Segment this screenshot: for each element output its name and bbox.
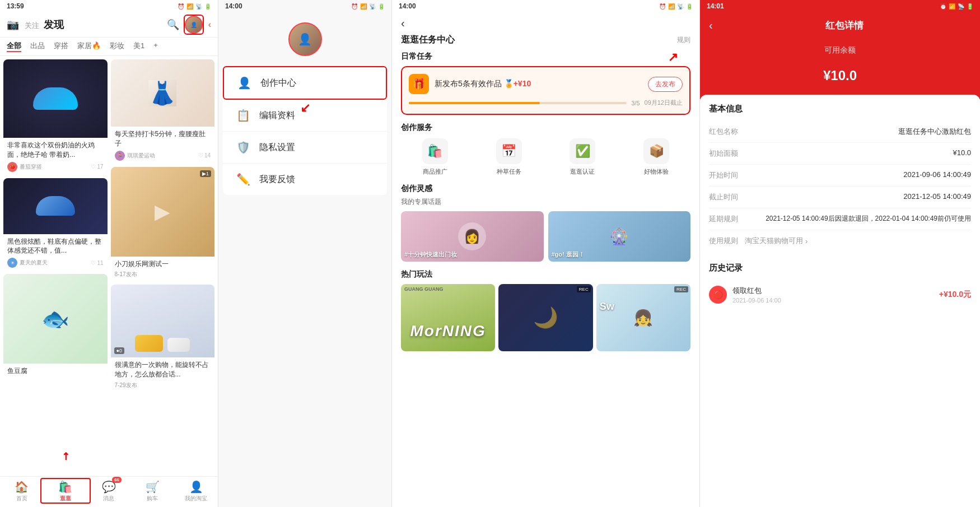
cart-icon: 🛒: [146, 480, 160, 494]
alarm-icon-2: ⏰: [351, 3, 358, 10]
inspiration-makeup[interactable]: 👩 #十分钟快速出门妆: [401, 211, 544, 262]
heart-icon: ♡: [91, 164, 96, 170]
nav-home[interactable]: 🏠 首页: [0, 480, 44, 503]
hotplay-rec1[interactable]: REC 🌙: [498, 284, 592, 351]
user-avatar-tomato: 🍅: [7, 162, 17, 172]
card-video1[interactable]: ▶ ▶1 小刀娱乐网测试一 8-17发布: [111, 167, 215, 282]
nav-wander[interactable]: 🛍️ 逛逛: [44, 480, 87, 503]
user-avatar-summer: ☀: [7, 258, 17, 268]
hotplay-section: 热门玩法 GUANG GUANG MorNING REC 🌙 REC 👧 Sw: [401, 269, 690, 351]
privacy-icon: 🛡️: [236, 141, 250, 154]
grass-icon: 📅: [496, 138, 522, 164]
task-card-publish[interactable]: 🎁 新发布5条有效作品 🏅+¥10 去发布 3/5 09月12日截止: [401, 66, 690, 115]
nav-profile[interactable]: 👤 我的淘宝: [174, 480, 218, 503]
inspiration-go[interactable]: 🎡 #go! 逛园！: [548, 211, 691, 262]
field-label-amount: 初始面额: [709, 148, 738, 159]
cat-home[interactable]: 家居🔥: [77, 41, 101, 52]
status-bar-2: 14:00 ⏰ 📶 📡 🔋: [218, 0, 391, 12]
avatar[interactable]: 👤: [185, 16, 203, 34]
wifi-icon-2: 📡: [369, 3, 376, 10]
tab-discover[interactable]: 发现: [44, 18, 64, 31]
panel-discover: 13:59 ⏰ 📶 📡 🔋 📷 关注 发现 🔍 👤 ‹ 全部 出品 穿搭 家居🔥…: [0, 0, 218, 507]
card-workout[interactable]: 👗 每天坚持打卡5分钟，瘦腰瘦肚子 🏃 琪琪爱运动 ♡ 14: [111, 59, 215, 164]
cat-makeup[interactable]: 彩妆: [110, 41, 124, 52]
task-publish-button[interactable]: 去发布: [648, 77, 683, 92]
history-amount-0: +¥10.0元: [939, 290, 971, 300]
redpacket-hero: 可用余额 ¥10.0: [700, 39, 980, 99]
card-footer-soap: 7-29发布: [115, 382, 211, 389]
card-fish[interactable]: 🐟 鱼豆腐: [3, 274, 108, 379]
cat-all[interactable]: 全部: [7, 41, 21, 52]
card-footer-workout: 🏃 琪琪爱运动 ♡ 14: [115, 151, 211, 161]
card-user-shoes: 🍅 番茄穿搭: [7, 162, 42, 172]
history-icon-0: 🔴: [709, 286, 727, 304]
chevron-left-icon: ‹: [208, 20, 211, 30]
info-row-usage[interactable]: 使用规则 淘宝天猫购物可用 ›: [709, 230, 971, 252]
card-shoes-article[interactable]: 非常喜欢这个双份奶油的火鸡面，绝绝子哈 带着奶... 🍅 番茄穿搭 ♡ 17: [3, 59, 108, 175]
card-title-workout: 每天坚持打卡5分钟，瘦腰瘦肚子: [115, 129, 211, 148]
waterfall-grid: 非常喜欢这个双份奶油的火鸡面，绝绝子哈 带着奶... 🍅 番茄穿搭 ♡ 17: [0, 56, 218, 476]
cat-produce[interactable]: 出品: [30, 41, 45, 52]
edit-label: 编辑资料: [259, 110, 295, 122]
status-icons-3: ⏰ 📶 📡 🔋: [659, 3, 693, 10]
hotplay-morning[interactable]: GUANG GUANG MorNING: [401, 284, 495, 351]
product-promo-icon: 🛍️: [422, 138, 448, 164]
service-grid: 🛍️ 商品推广 📅 种草任务 ✅ 逛逛认证 📦 好物体验: [401, 138, 690, 176]
wifi-icon-3: 📡: [677, 3, 684, 10]
nav-label-home: 首页: [16, 495, 27, 503]
wander-icon: 🛍️: [58, 480, 72, 494]
back-button-4[interactable]: ‹: [709, 19, 713, 32]
task-progress-bar: [409, 102, 627, 104]
video1-date: 8-17发布: [115, 271, 137, 278]
p2-avatar: 👤: [288, 22, 322, 56]
creation-label: 创作中心: [260, 77, 296, 89]
card-footer-video1: 8-17发布: [115, 271, 211, 278]
inspiration-makeup-label: #十分钟快速出门妆: [404, 250, 457, 258]
daily-tasks-title: 日常任务: [401, 52, 690, 62]
card-soap[interactable]: ●0 很满意的一次购物，能旋转不占地方，怎么放都合话... 7-29发布: [111, 285, 215, 392]
field-value-delay: 2021-12-05 14:00:49后因退款退回，2022-01-04 14:…: [745, 214, 971, 224]
home-icon: 🏠: [15, 480, 29, 494]
waterfall-col-1: 非常喜欢这个双份奶油的火鸡面，绝绝子哈 带着奶... 🍅 番茄穿搭 ♡ 17: [3, 59, 108, 473]
info-row-delay: 延期规则 2021-12-05 14:00:49后因退款退回，2022-01-0…: [709, 208, 971, 230]
tasks-rules-link[interactable]: 规则: [677, 35, 690, 45]
task-title-text: 新发布5条有效作品 🏅+¥10: [435, 79, 642, 89]
nav-cart[interactable]: 🛒 购车: [130, 480, 174, 503]
field-value-amount: ¥10.0: [745, 148, 971, 157]
hotplay-rec2[interactable]: REC 👧 Sw: [596, 284, 690, 351]
wifi-icon-4: 📡: [958, 3, 964, 10]
menu-privacy[interactable]: 🛡️ 隐私设置: [223, 132, 387, 164]
status-icons-2: ⏰ 📶 📡 🔋: [351, 3, 385, 10]
menu-feedback[interactable]: ✏️ 我要反馈: [223, 164, 387, 195]
service-goods[interactable]: 📦 好物体验: [622, 138, 690, 176]
basic-info-title: 基本信息: [709, 104, 971, 114]
my-topics-label: 我的专属话题: [401, 197, 690, 207]
like-count-sneakers: ♡ 11: [91, 260, 103, 266]
search-icon[interactable]: 🔍: [167, 18, 179, 31]
cat-outfit[interactable]: 穿搭: [54, 41, 68, 52]
field-label-name: 红包名称: [709, 127, 738, 137]
cat-more[interactable]: +: [153, 41, 158, 52]
status-bar-1: 13:59 ⏰ 📶 📡 🔋: [0, 0, 218, 12]
creation-menu: 👤 创作中心 📋 编辑资料 🛡️ 隐私设置 ✏️ 我要反馈: [223, 66, 387, 195]
back-button-3[interactable]: ‹: [401, 17, 405, 30]
hotplay-title: 热门玩法: [401, 269, 690, 280]
profile-icon: 👤: [189, 480, 203, 494]
battery-icon: 🔋: [204, 3, 211, 10]
chevron-right-icon: ›: [805, 237, 808, 245]
soap-white: [167, 338, 190, 352]
camera-icon[interactable]: 📷: [7, 18, 19, 31]
tab-follow[interactable]: 关注: [25, 21, 39, 31]
task-card-header: 🎁 新发布5条有效作品 🏅+¥10 去发布: [409, 74, 683, 94]
service-auth[interactable]: ✅ 逛逛认证: [549, 138, 617, 176]
card-sneakers[interactable]: 黑色很炫酷，鞋底有点偏硬，整体感觉还不错，值... ☀ 夏天的夏天 ♡ 11: [3, 178, 108, 271]
card-user-workout: 🏃 琪琪爱运动: [115, 151, 155, 161]
nav-message[interactable]: 💬 66 消息: [87, 480, 131, 503]
service-grass[interactable]: 📅 种草任务: [475, 138, 543, 176]
menu-creation-center[interactable]: 👤 创作中心: [223, 66, 387, 100]
history-date-0: 2021-09-06 14:00: [732, 297, 934, 304]
cat-beauty[interactable]: 美1: [133, 41, 144, 52]
status-time-4: 14:01: [707, 2, 724, 10]
menu-edit-profile[interactable]: 📋 编辑资料: [223, 100, 387, 132]
service-product-promo[interactable]: 🛍️ 商品推广: [401, 138, 469, 176]
